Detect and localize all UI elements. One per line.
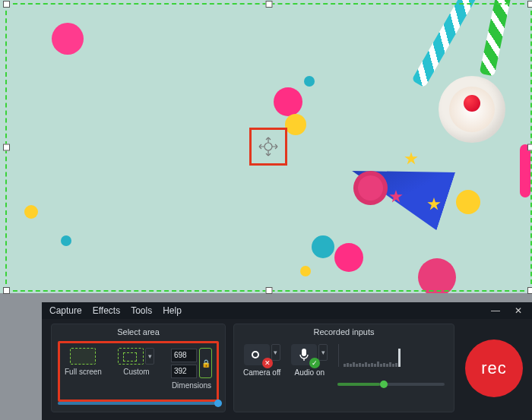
width-input[interactable] [171,349,197,362]
area-slider[interactable] [58,402,219,405]
candle-decor [520,144,530,197]
dimensions-label: Dimensions [172,381,211,390]
audio-level-meter [338,344,445,367]
menu-bar: Capture Effects Tools Help — ✕ [42,302,532,319]
select-area-title: Select area [58,327,219,336]
dimensions-option: 🔒 Dimensions [171,348,212,390]
confetti-decor [300,266,311,276]
select-area-group: Select area Full screen ▾ Custom [51,324,226,412]
full-screen-icon [70,348,96,365]
audio-toggle[interactable]: ✓ ▾ Audio on [291,344,328,377]
audio-label: Audio on [295,368,325,377]
confetti-decor [24,205,38,219]
svg-point-2 [253,352,258,357]
confetti-decor [312,235,334,258]
menu-effects[interactable]: Effects [93,305,120,316]
full-screen-label: Full screen [65,368,102,376]
resize-handle[interactable] [3,1,10,8]
confetti-decor [334,243,363,272]
menu-tools[interactable]: Tools [131,305,152,316]
confetti-decor [61,235,71,246]
confetti-decor [304,76,315,87]
record-button[interactable]: rec [465,339,523,397]
recorded-inputs-title: Recorded inputs [240,327,448,336]
center-move-highlight[interactable] [249,128,287,166]
move-crosshair-icon[interactable] [258,136,279,157]
microphone-icon: ✓ [291,344,317,365]
confetti-decor [274,87,302,116]
resize-handle[interactable] [527,144,532,151]
custom-area-option[interactable]: ▾ Custom [118,348,154,376]
audio-dropdown-icon[interactable]: ▾ [318,344,328,361]
menu-help[interactable]: Help [163,305,182,316]
custom-area-icon [118,348,144,365]
audio-on-badge-icon: ✓ [309,358,320,368]
resize-handle[interactable] [265,287,272,294]
height-input[interactable] [171,365,197,378]
record-label: rec [481,358,507,378]
resize-handle[interactable] [3,287,10,294]
confetti-decor [418,258,456,296]
custom-label: Custom [123,368,149,376]
camera-icon: ✕ [244,344,270,365]
recorded-inputs-group: Recorded inputs ✕ ▾ Camera off [233,324,454,412]
minimize-button[interactable]: — [489,305,502,316]
svg-point-0 [264,143,272,150]
close-button[interactable]: ✕ [512,305,524,316]
audio-volume-slider[interactable] [337,383,445,386]
straw-decor [411,0,477,88]
confetti-decor [52,23,84,55]
resize-handle[interactable] [3,144,10,151]
lock-aspect-icon[interactable]: 🔒 [199,348,212,378]
resize-handle[interactable] [265,1,272,8]
cherry-decor [464,95,480,112]
svg-rect-3 [302,349,306,356]
star-decor [404,152,418,166]
camera-label: Camera off [243,368,280,377]
camera-dropdown-icon[interactable]: ▾ [271,344,280,361]
custom-dropdown-icon[interactable]: ▾ [145,348,154,365]
camera-off-badge-icon: ✕ [262,358,273,368]
confetti-decor [285,114,306,135]
resize-handle[interactable] [527,1,532,8]
full-screen-option[interactable]: Full screen [65,348,102,376]
resize-handle[interactable] [527,287,532,294]
camera-toggle[interactable]: ✕ ▾ Camera off [243,344,280,377]
recorder-panel: Capture Effects Tools Help — ✕ Select ar… [42,302,532,420]
confetti-decor [456,190,480,214]
straw-decor [480,0,517,77]
menu-capture[interactable]: Capture [49,305,82,316]
